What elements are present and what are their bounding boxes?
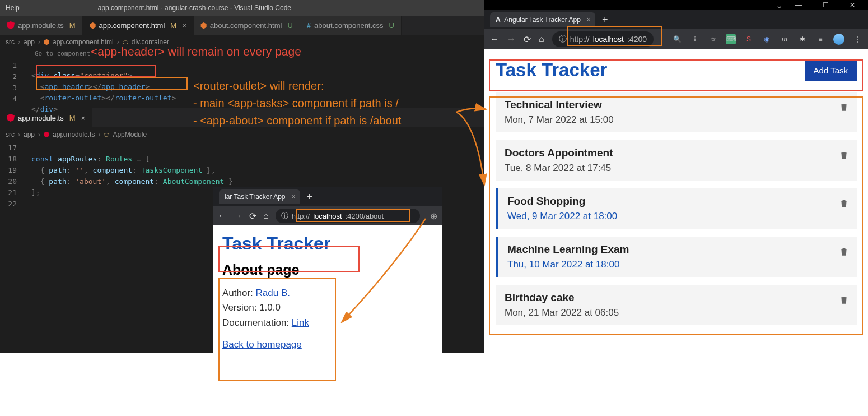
tab-about.component.css[interactable]: #about.component.cssU [300, 16, 402, 35]
browser-tab[interactable]: lar Task Tracker App × [219, 189, 300, 204]
minimize-icon[interactable]: — [786, 0, 811, 10]
highlight-header-tasks [489, 59, 863, 91]
close-icon[interactable]: × [587, 16, 591, 24]
editor-tabs-top: app.module.tsM⬢app.component.htmlM×⬢abou… [0, 16, 484, 35]
close-icon[interactable]: × [182, 21, 186, 30]
browser-toolbar: ← → ⟳ ⌂ ⓘ http://localhost:4200 🔍 ⇪ ☆ ⌨ … [484, 29, 868, 49]
share-icon[interactable]: ⇪ [690, 34, 700, 44]
css-icon: # [307, 21, 311, 30]
tab-about.component.html[interactable]: ⬢about.component.htmlU [194, 16, 300, 35]
star-icon[interactable]: ☆ [708, 34, 718, 44]
close-window-icon[interactable]: ✕ [840, 0, 865, 10]
angular-icon [7, 114, 15, 122]
highlight-url-about [296, 209, 410, 222]
menu-help[interactable]: Help [6, 4, 20, 12]
browser-tab[interactable]: A Angular Task Tracker App × [490, 12, 595, 27]
reload-icon[interactable]: ⟳ [249, 211, 256, 221]
highlight-router-outlet [36, 77, 188, 90]
ext-m-icon[interactable]: m [780, 34, 790, 44]
highlight-app-header [36, 65, 156, 77]
tab-strip: lar Task Tracker App × + [213, 187, 442, 206]
home-icon[interactable]: ⌂ [539, 34, 544, 44]
zoom-icon[interactable]: 🔍 [672, 34, 682, 44]
forward-icon[interactable]: → [507, 34, 516, 44]
vscode-titlebar: Help app.component.html - angular-crash-… [0, 0, 484, 16]
tab-app.component.html[interactable]: ⬢app.component.htmlM× [83, 16, 194, 35]
translate-icon[interactable]: ⊕ [430, 211, 437, 221]
tab-app.module.ts[interactable]: app.module.tsM [0, 16, 83, 35]
highlight-about-body [218, 278, 336, 381]
close-icon[interactable]: × [291, 193, 295, 201]
highlight-tasks-body [489, 96, 863, 335]
go-to-component-hint[interactable]: Go to component [35, 50, 90, 57]
html-icon: ⬢ [90, 21, 96, 30]
info-icon: ⓘ [559, 34, 567, 44]
window-title: app.component.html - angular-crash-cours… [98, 4, 291, 12]
profile-avatar[interactable] [833, 34, 844, 45]
ext-devtools-icon[interactable]: ⌨ [726, 34, 736, 44]
new-tab-icon[interactable]: + [307, 191, 313, 203]
reading-list-icon[interactable]: ≡ [815, 34, 825, 44]
kebab-menu-icon[interactable]: ⋮ [852, 34, 862, 44]
reload-icon[interactable]: ⟳ [524, 34, 531, 45]
back-icon[interactable]: ← [218, 211, 227, 221]
annotation-orange: <router-outlet> will render: - main <app… [193, 77, 401, 130]
info-icon: ⓘ [281, 211, 288, 221]
puzzle-icon[interactable]: ✱ [797, 34, 808, 44]
ext-s-icon[interactable]: S [744, 34, 754, 44]
home-icon[interactable]: ⌂ [263, 211, 269, 221]
breadcrumbs-bottom[interactable]: src› app› app.module.ts› ⬭AppModule [0, 128, 484, 141]
maximize-icon[interactable]: ☐ [813, 0, 838, 10]
back-icon[interactable]: ← [490, 34, 499, 44]
forward-icon[interactable]: → [234, 211, 242, 221]
annotation-red: <app-header> will remain on every page [91, 45, 301, 58]
html-icon: ⬢ [200, 21, 207, 30]
ext-circle-icon[interactable]: ◉ [762, 34, 772, 44]
highlight-url-tasks [567, 26, 662, 46]
highlight-header-about [218, 246, 360, 272]
window-controls: ⌄ — ☐ ✕ [484, 0, 868, 10]
new-tab-icon[interactable]: + [602, 14, 608, 26]
tab-strip: A Angular Task Tracker App × + [484, 10, 868, 29]
ang-icon [7, 21, 15, 29]
